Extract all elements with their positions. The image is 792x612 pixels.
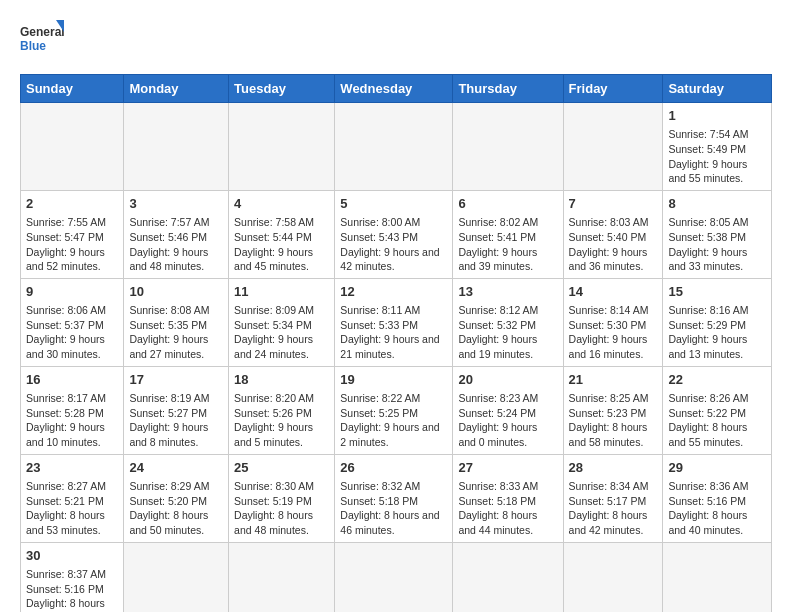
calendar-cell (453, 103, 563, 191)
calendar-cell: 19Sunrise: 8:22 AM Sunset: 5:25 PM Dayli… (335, 366, 453, 454)
day-info: Sunrise: 8:08 AM Sunset: 5:35 PM Dayligh… (129, 303, 223, 362)
day-number: 27 (458, 459, 557, 477)
day-number: 12 (340, 283, 447, 301)
calendar-cell: 13Sunrise: 8:12 AM Sunset: 5:32 PM Dayli… (453, 278, 563, 366)
calendar-cell (124, 103, 229, 191)
day-info: Sunrise: 8:00 AM Sunset: 5:43 PM Dayligh… (340, 215, 447, 274)
day-info: Sunrise: 8:23 AM Sunset: 5:24 PM Dayligh… (458, 391, 557, 450)
day-number: 17 (129, 371, 223, 389)
calendar-cell (663, 542, 772, 612)
calendar-week-row: 1Sunrise: 7:54 AM Sunset: 5:49 PM Daylig… (21, 103, 772, 191)
day-number: 3 (129, 195, 223, 213)
calendar-cell: 6Sunrise: 8:02 AM Sunset: 5:41 PM Daylig… (453, 190, 563, 278)
calendar-week-row: 16Sunrise: 8:17 AM Sunset: 5:28 PM Dayli… (21, 366, 772, 454)
day-number: 15 (668, 283, 766, 301)
day-info: Sunrise: 8:34 AM Sunset: 5:17 PM Dayligh… (569, 479, 658, 538)
calendar-cell: 12Sunrise: 8:11 AM Sunset: 5:33 PM Dayli… (335, 278, 453, 366)
calendar-cell: 8Sunrise: 8:05 AM Sunset: 5:38 PM Daylig… (663, 190, 772, 278)
day-header-monday: Monday (124, 75, 229, 103)
calendar-cell: 3Sunrise: 7:57 AM Sunset: 5:46 PM Daylig… (124, 190, 229, 278)
day-number: 26 (340, 459, 447, 477)
day-number: 13 (458, 283, 557, 301)
calendar-cell: 27Sunrise: 8:33 AM Sunset: 5:18 PM Dayli… (453, 454, 563, 542)
day-number: 30 (26, 547, 118, 565)
day-number: 10 (129, 283, 223, 301)
day-info: Sunrise: 7:55 AM Sunset: 5:47 PM Dayligh… (26, 215, 118, 274)
calendar-cell: 1Sunrise: 7:54 AM Sunset: 5:49 PM Daylig… (663, 103, 772, 191)
day-number: 23 (26, 459, 118, 477)
calendar-cell: 7Sunrise: 8:03 AM Sunset: 5:40 PM Daylig… (563, 190, 663, 278)
calendar-cell (335, 103, 453, 191)
day-info: Sunrise: 8:02 AM Sunset: 5:41 PM Dayligh… (458, 215, 557, 274)
day-info: Sunrise: 8:12 AM Sunset: 5:32 PM Dayligh… (458, 303, 557, 362)
logo: General Blue (20, 20, 64, 64)
calendar-cell: 30Sunrise: 8:37 AM Sunset: 5:16 PM Dayli… (21, 542, 124, 612)
calendar-cell: 18Sunrise: 8:20 AM Sunset: 5:26 PM Dayli… (229, 366, 335, 454)
day-number: 1 (668, 107, 766, 125)
day-number: 18 (234, 371, 329, 389)
calendar-cell (563, 103, 663, 191)
day-info: Sunrise: 8:06 AM Sunset: 5:37 PM Dayligh… (26, 303, 118, 362)
day-header-tuesday: Tuesday (229, 75, 335, 103)
day-info: Sunrise: 8:16 AM Sunset: 5:29 PM Dayligh… (668, 303, 766, 362)
day-info: Sunrise: 8:32 AM Sunset: 5:18 PM Dayligh… (340, 479, 447, 538)
day-info: Sunrise: 7:58 AM Sunset: 5:44 PM Dayligh… (234, 215, 329, 274)
day-header-wednesday: Wednesday (335, 75, 453, 103)
calendar-cell: 23Sunrise: 8:27 AM Sunset: 5:21 PM Dayli… (21, 454, 124, 542)
svg-text:General: General (20, 25, 64, 39)
day-info: Sunrise: 8:25 AM Sunset: 5:23 PM Dayligh… (569, 391, 658, 450)
day-number: 4 (234, 195, 329, 213)
calendar-week-row: 23Sunrise: 8:27 AM Sunset: 5:21 PM Dayli… (21, 454, 772, 542)
calendar-cell: 14Sunrise: 8:14 AM Sunset: 5:30 PM Dayli… (563, 278, 663, 366)
day-number: 22 (668, 371, 766, 389)
calendar-week-row: 30Sunrise: 8:37 AM Sunset: 5:16 PM Dayli… (21, 542, 772, 612)
day-info: Sunrise: 8:33 AM Sunset: 5:18 PM Dayligh… (458, 479, 557, 538)
calendar-week-row: 9Sunrise: 8:06 AM Sunset: 5:37 PM Daylig… (21, 278, 772, 366)
day-info: Sunrise: 8:17 AM Sunset: 5:28 PM Dayligh… (26, 391, 118, 450)
calendar-cell: 16Sunrise: 8:17 AM Sunset: 5:28 PM Dayli… (21, 366, 124, 454)
day-info: Sunrise: 8:05 AM Sunset: 5:38 PM Dayligh… (668, 215, 766, 274)
calendar-cell (21, 103, 124, 191)
calendar-cell: 21Sunrise: 8:25 AM Sunset: 5:23 PM Dayli… (563, 366, 663, 454)
day-number: 28 (569, 459, 658, 477)
calendar-cell: 25Sunrise: 8:30 AM Sunset: 5:19 PM Dayli… (229, 454, 335, 542)
calendar-cell: 10Sunrise: 8:08 AM Sunset: 5:35 PM Dayli… (124, 278, 229, 366)
calendar-cell: 4Sunrise: 7:58 AM Sunset: 5:44 PM Daylig… (229, 190, 335, 278)
calendar-cell: 22Sunrise: 8:26 AM Sunset: 5:22 PM Dayli… (663, 366, 772, 454)
calendar-cell: 11Sunrise: 8:09 AM Sunset: 5:34 PM Dayli… (229, 278, 335, 366)
day-number: 24 (129, 459, 223, 477)
calendar-cell: 17Sunrise: 8:19 AM Sunset: 5:27 PM Dayli… (124, 366, 229, 454)
calendar-week-row: 2Sunrise: 7:55 AM Sunset: 5:47 PM Daylig… (21, 190, 772, 278)
calendar-cell (124, 542, 229, 612)
day-number: 19 (340, 371, 447, 389)
calendar-cell: 29Sunrise: 8:36 AM Sunset: 5:16 PM Dayli… (663, 454, 772, 542)
day-number: 16 (26, 371, 118, 389)
day-info: Sunrise: 8:36 AM Sunset: 5:16 PM Dayligh… (668, 479, 766, 538)
day-info: Sunrise: 8:30 AM Sunset: 5:19 PM Dayligh… (234, 479, 329, 538)
calendar-cell: 24Sunrise: 8:29 AM Sunset: 5:20 PM Dayli… (124, 454, 229, 542)
day-number: 6 (458, 195, 557, 213)
day-number: 7 (569, 195, 658, 213)
day-number: 20 (458, 371, 557, 389)
day-info: Sunrise: 8:09 AM Sunset: 5:34 PM Dayligh… (234, 303, 329, 362)
calendar-cell (335, 542, 453, 612)
calendar-cell: 9Sunrise: 8:06 AM Sunset: 5:37 PM Daylig… (21, 278, 124, 366)
calendar-table: SundayMondayTuesdayWednesdayThursdayFrid… (20, 74, 772, 612)
logo-svg: General Blue (20, 20, 64, 64)
day-number: 8 (668, 195, 766, 213)
day-info: Sunrise: 8:29 AM Sunset: 5:20 PM Dayligh… (129, 479, 223, 538)
day-info: Sunrise: 8:27 AM Sunset: 5:21 PM Dayligh… (26, 479, 118, 538)
calendar-cell: 26Sunrise: 8:32 AM Sunset: 5:18 PM Dayli… (335, 454, 453, 542)
day-number: 9 (26, 283, 118, 301)
day-header-thursday: Thursday (453, 75, 563, 103)
day-number: 14 (569, 283, 658, 301)
calendar-cell (453, 542, 563, 612)
calendar-cell (229, 103, 335, 191)
day-info: Sunrise: 7:57 AM Sunset: 5:46 PM Dayligh… (129, 215, 223, 274)
day-number: 2 (26, 195, 118, 213)
day-info: Sunrise: 8:14 AM Sunset: 5:30 PM Dayligh… (569, 303, 658, 362)
calendar-cell: 2Sunrise: 7:55 AM Sunset: 5:47 PM Daylig… (21, 190, 124, 278)
calendar-cell (229, 542, 335, 612)
calendar-cell: 20Sunrise: 8:23 AM Sunset: 5:24 PM Dayli… (453, 366, 563, 454)
calendar-cell (563, 542, 663, 612)
